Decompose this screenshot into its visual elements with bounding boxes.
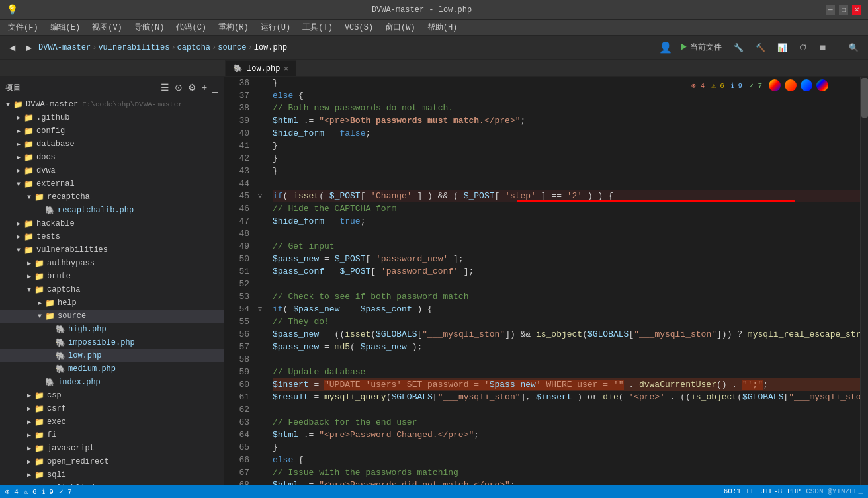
sidebar-item-source[interactable]: ▼ 📁 source (0, 310, 224, 323)
coverage-button[interactable]: 📊 (773, 42, 791, 54)
sidebar-item-recaptchalib[interactable]: 🐘 recaptchalib.php (0, 204, 224, 217)
sidebar-item-authbypass[interactable]: ▶ 📁 authbypass (0, 257, 224, 270)
tab-close-button[interactable]: ✕ (284, 65, 288, 73)
tree-arrow: ▼ (24, 194, 34, 201)
sidebar-item-root[interactable]: ▼ 📁 DVWA-master E:\code\php\DVWA-master (0, 98, 224, 111)
sidebar-item-javascript[interactable]: ▶ 📁 javascript (0, 442, 224, 455)
status-bar: ⊗ 4 ⚠ 6 ℹ 9 ✓ 7 60:1 LF UTF-8 PHP CSDN @… (0, 485, 868, 498)
menu-run[interactable]: 运行(U) (255, 21, 296, 34)
locate-file-button[interactable]: ⊙ (173, 81, 184, 94)
sidebar-item-label: brute (47, 272, 71, 281)
code-area[interactable]: } else { // Both new passwords do not ma… (265, 77, 860, 498)
sidebar-item-label: javascript (47, 444, 95, 453)
sidebar-item-help[interactable]: ▶ 📁 help (0, 296, 224, 310)
menu-navigate[interactable]: 导航(N) (129, 21, 170, 34)
sidebar-item-label: sqli (47, 470, 66, 479)
sidebar-item-high-php[interactable]: 🐘 high.php (0, 323, 224, 336)
sidebar-item-brute[interactable]: ▶ 📁 brute (0, 270, 224, 283)
build-button[interactable]: 🔨 (752, 42, 769, 54)
menu-view[interactable]: 视图(V) (87, 21, 128, 34)
sidebar-item-tests[interactable]: ▶ 📁 tests (0, 230, 224, 243)
scrollbar-thumb[interactable] (861, 78, 868, 118)
sidebar-item-open-redirect[interactable]: ▶ 📁 open_redirect (0, 455, 224, 468)
sidebar-item-label: medium.php (68, 364, 116, 374)
collapse-all-button[interactable]: ☰ (159, 81, 171, 94)
folder-icon: 📁 (45, 298, 55, 308)
menu-code[interactable]: 代码(C) (171, 21, 212, 34)
menu-tools[interactable]: 工具(T) (297, 21, 338, 34)
warning-status: ⚠ 6 (24, 487, 37, 496)
sidebar-item-config[interactable]: ▶ 📁 config (0, 124, 224, 138)
menu-refactor[interactable]: 重构(R) (213, 21, 254, 34)
sidebar-item-exec[interactable]: ▶ 📁 exec (0, 415, 224, 429)
settings-button[interactable]: ⚙ (187, 81, 198, 94)
search-button[interactable]: 🔍 (845, 42, 863, 54)
code-line-53: // Check to see if both password match (273, 290, 860, 303)
sidebar-item-index-php[interactable]: 🐘 index.php (0, 376, 224, 389)
folder-icon: 📁 (24, 126, 34, 136)
maximize-button[interactable]: □ (839, 5, 848, 15)
folder-icon: 📁 (34, 444, 44, 454)
breadcrumb-root[interactable]: DVWA-master (38, 43, 91, 52)
sidebar-item-sqli[interactable]: ▶ 📁 sqli (0, 468, 224, 481)
sidebar-item-label: recaptchalib.php (58, 206, 134, 215)
sidebar-item-impossible-php[interactable]: 🐘 impossible.php (0, 336, 224, 349)
sidebar-item-github[interactable]: ▶ 📁 .github (0, 111, 224, 124)
main-layout: 项目 ☰ ⊙ ⚙ + _ ▼ 📁 DVWA-master E:\code\php… (0, 77, 868, 498)
tree-arrow: ▶ (24, 444, 34, 452)
breadcrumb-file[interactable]: low.php (254, 43, 287, 52)
sidebar-item-dvwa[interactable]: ▶ 📁 dvwa (0, 164, 224, 177)
sidebar-item-docs[interactable]: ▶ 📁 docs (0, 151, 224, 164)
php-file-icon: 🐘 (56, 338, 65, 348)
sidebar-item-fi[interactable]: ▶ 📁 fi (0, 429, 224, 442)
folder-icon: 📁 (45, 311, 55, 321)
breadcrumb-vulnerabilities[interactable]: vulnerabilities (98, 43, 169, 52)
sidebar-item-label: captcha (47, 285, 80, 294)
debug-button[interactable]: 🔧 (730, 42, 748, 54)
fold-arrow-54[interactable]: ▽ (258, 306, 262, 313)
tab-low-php[interactable]: 🐘 low.php ✕ (225, 60, 296, 76)
sidebar-item-vulnerabilities[interactable]: ▼ 📁 vulnerabilities (0, 243, 224, 257)
close-button[interactable]: ✕ (852, 5, 861, 15)
breadcrumb-source[interactable]: source (218, 43, 246, 52)
minimize-button[interactable]: ─ (826, 5, 835, 15)
code-line-43: } (273, 165, 860, 177)
sidebar-item-medium-php[interactable]: 🐘 medium.php (0, 362, 224, 376)
sidebar-item-label: dvwa (36, 166, 56, 175)
scrollbar-track[interactable] (860, 77, 868, 498)
title-bar-left: 💡 (7, 4, 18, 15)
breadcrumb-captcha[interactable]: captcha (177, 43, 210, 52)
sidebar-item-database[interactable]: ▶ 📁 database (0, 138, 224, 151)
sidebar-title: 项目 (5, 83, 21, 93)
forward-button[interactable]: ▶ (22, 42, 36, 54)
sidebar-item-label: csp (47, 391, 62, 400)
editor-content[interactable]: 36 37 38 39 40 41 42 43 44 45 46 47 48 4… (225, 77, 868, 498)
sidebar-item-low-php[interactable]: 🐘 low.php (0, 349, 224, 362)
code-line-45: if( isset( $_POST[ 'Change' ] ) && ( $_P… (273, 190, 860, 202)
menu-help[interactable]: 帮助(H) (422, 21, 463, 34)
code-line-55: // They do! (273, 315, 860, 328)
menu-window[interactable]: 窗口(W) (380, 21, 421, 34)
back-button[interactable]: ◀ (5, 42, 19, 54)
fold-arrow-45[interactable]: ▽ (258, 192, 262, 200)
menu-vcs[interactable]: VCS(S) (339, 22, 378, 34)
menu-file[interactable]: 文件(F) (3, 21, 44, 34)
sidebar-item-hackable[interactable]: ▶ 📁 hackable (0, 217, 224, 230)
add-button[interactable]: + (200, 81, 208, 94)
sidebar-item-recaptcha[interactable]: ▼ 📁 recaptcha (0, 190, 224, 204)
tab-bar: 🐘 low.php ✕ (0, 60, 868, 77)
menu-edit[interactable]: 编辑(E) (45, 21, 86, 34)
sidebar-item-csrf[interactable]: ▶ 📁 csrf (0, 402, 224, 415)
watermark: CSDN @YINZHE_ (806, 487, 863, 495)
folder-icon: 📁 (34, 457, 44, 467)
stop-button[interactable]: ⏹ (815, 42, 831, 54)
run-file-button[interactable]: ▶ 当前文件 (676, 40, 726, 54)
sidebar-item-captcha[interactable]: ▼ 📁 captcha (0, 283, 224, 296)
minimize-sidebar-button[interactable]: _ (211, 81, 219, 94)
browser-icon-1 (769, 79, 781, 91)
sidebar-item-csp[interactable]: ▶ 📁 csp (0, 389, 224, 402)
error-status: ⊗ 4 (5, 487, 19, 496)
code-line-44 (273, 177, 860, 190)
profile-button[interactable]: ⏱ (795, 42, 811, 54)
sidebar-item-external[interactable]: ▼ 📁 external (0, 177, 224, 190)
